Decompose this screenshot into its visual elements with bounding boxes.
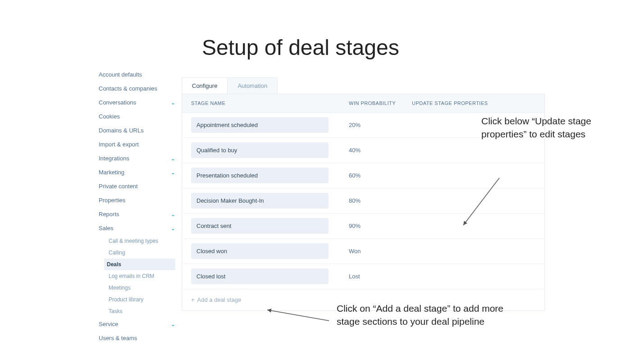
sidebar-item-integrations[interactable]: Integrations⌄	[99, 151, 175, 165]
sidebar-item-cookies[interactable]: Cookies	[99, 109, 175, 123]
sidebar-subitem-log-emails[interactable]: Log emails in CRM	[107, 270, 175, 282]
plus-icon: +	[191, 296, 195, 303]
sidebar-item-label: Conversations	[99, 99, 136, 106]
stage-name-cell[interactable]: Contract sent	[191, 218, 329, 234]
sidebar-item-label: Reports	[99, 211, 119, 218]
col-header-stage-name: STAGE NAME	[191, 100, 349, 106]
sidebar-item-label: Service	[99, 321, 118, 327]
sidebar-item-conversations[interactable]: Conversations⌄	[99, 95, 175, 109]
chevron-down-icon: ⌄	[171, 211, 175, 218]
sidebar-subitem-tasks[interactable]: Tasks	[107, 305, 175, 317]
win-probability-cell[interactable]: 60%	[349, 172, 412, 179]
annotation-callout-update-stage: Click below “Update stage properties” to…	[481, 114, 639, 141]
chevron-down-icon: ⌄	[171, 225, 175, 232]
sidebar-item-domains-urls[interactable]: Domains & URLs	[99, 123, 175, 137]
chevron-down-icon: ⌄	[171, 169, 175, 176]
table-header: STAGE NAME WIN PROBABILITY UPDATE STAGE …	[182, 94, 544, 113]
sidebar-subitem-call-meeting-types[interactable]: Call & meeting types	[107, 235, 175, 247]
stage-name-cell[interactable]: Closed won	[191, 243, 329, 259]
win-probability-cell[interactable]: 20%	[349, 122, 412, 128]
sales-submenu: Call & meeting types Calling Deals Log e…	[99, 235, 175, 317]
sidebar-subitem-meetings[interactable]: Meetings	[107, 282, 175, 294]
sidebar-subitem-product-library[interactable]: Product library	[107, 294, 175, 305]
win-probability-cell[interactable]: Lost	[349, 273, 412, 280]
sidebar-item-label: Import & export	[99, 141, 139, 148]
settings-sidebar: Account defaults Contacts & companies Co…	[99, 68, 175, 345]
sidebar-subitem-deals[interactable]: Deals	[104, 259, 175, 270]
sidebar-subitem-calling[interactable]: Calling	[107, 247, 175, 259]
sidebar-item-service[interactable]: Service⌄	[99, 317, 175, 331]
stage-name-cell[interactable]: Decision Maker Bought-In	[191, 193, 329, 209]
sidebar-item-marketing[interactable]: Marketing⌄	[99, 165, 175, 179]
table-row[interactable]: Contract sent 90%	[182, 214, 544, 239]
sidebar-item-properties[interactable]: Properties	[99, 193, 175, 207]
win-probability-cell[interactable]: 80%	[349, 197, 412, 204]
sidebar-item-label: Private content	[99, 183, 138, 190]
stage-name-cell[interactable]: Qualified to buy	[191, 142, 329, 158]
sidebar-item-label: Integrations	[99, 155, 129, 162]
tab-bar: Configure Automation	[182, 77, 278, 94]
tab-automation[interactable]: Automation	[228, 78, 277, 94]
win-probability-cell[interactable]: Won	[349, 248, 412, 254]
annotation-callout-add-stage: Click on “Add a deal stage” to add more …	[337, 302, 517, 328]
sidebar-item-contacts-companies[interactable]: Contacts & companies	[99, 82, 175, 95]
sidebar-item-label: Cookies	[99, 113, 120, 120]
chevron-down-icon: ⌄	[171, 321, 175, 327]
table-row[interactable]: Presentation scheduled 60%	[182, 163, 544, 188]
main-panel: Configure Automation STAGE NAME WIN PROB…	[182, 77, 545, 311]
chevron-down-icon: ⌄	[171, 155, 175, 162]
sidebar-item-private-content[interactable]: Private content	[99, 179, 175, 193]
sidebar-item-label: Sales	[99, 225, 114, 232]
add-deal-stage-label: Add a deal stage	[197, 296, 242, 303]
sidebar-item-label: Contacts & companies	[99, 85, 157, 92]
sidebar-item-label: Account defaults	[99, 71, 142, 78]
stage-name-cell[interactable]: Appointment scheduled	[191, 117, 329, 133]
sidebar-item-account-defaults[interactable]: Account defaults	[99, 68, 175, 82]
svg-line-1	[267, 310, 329, 321]
table-row[interactable]: Closed lost Lost	[182, 264, 544, 289]
stage-name-cell[interactable]: Presentation scheduled	[191, 168, 329, 183]
sidebar-item-label: Users & teams	[99, 335, 137, 341]
sidebar-item-reports[interactable]: Reports⌄	[99, 207, 175, 221]
sidebar-item-import-export[interactable]: Import & export	[99, 137, 175, 151]
sidebar-item-label: Domains & URLs	[99, 127, 144, 134]
chevron-down-icon: ⌄	[171, 100, 175, 106]
sidebar-item-sales[interactable]: Sales⌄	[99, 221, 175, 235]
page-title: Setup of deal stages	[202, 35, 399, 60]
table-row[interactable]: Qualified to buy 40%	[182, 138, 544, 163]
sidebar-item-label: Marketing	[99, 169, 124, 176]
stage-name-cell[interactable]: Closed lost	[191, 268, 329, 284]
tab-configure[interactable]: Configure	[182, 78, 228, 94]
table-row[interactable]: Closed won Won	[182, 239, 544, 264]
col-header-win-probability: WIN PROBABILITY	[349, 100, 412, 106]
win-probability-cell[interactable]: 90%	[349, 223, 412, 229]
table-row[interactable]: Decision Maker Bought-In 80%	[182, 188, 544, 214]
sidebar-item-label: Properties	[99, 197, 125, 204]
sidebar-item-users-teams[interactable]: Users & teams	[99, 331, 175, 345]
col-header-update-stage-properties: UPDATE STAGE PROPERTIES	[412, 100, 535, 106]
win-probability-cell[interactable]: 40%	[349, 147, 412, 154]
